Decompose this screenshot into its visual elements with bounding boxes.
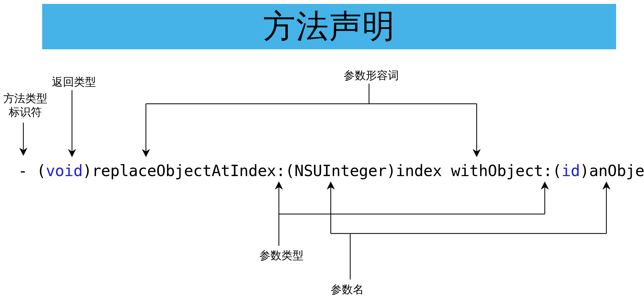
- code-type-nsuinteger: NSUInteger: [294, 161, 387, 180]
- code-minus: -: [18, 161, 37, 180]
- code-paren-open-1: (: [37, 161, 46, 180]
- code-paren-close-1: ): [83, 161, 92, 180]
- code-param-index: index: [396, 161, 451, 180]
- code-param-anobject: anObject: [589, 161, 644, 180]
- code-keyword-id: id: [562, 161, 580, 180]
- code-keyword-void: void: [46, 161, 83, 180]
- label-param-adjective: 参数形容词: [344, 68, 399, 83]
- code-method-name-2: withObject:: [451, 161, 552, 180]
- label-method-type-identifier: 方法类型标识符: [3, 91, 47, 119]
- code-paren-open-3: (: [552, 161, 561, 180]
- title-bar: 方法声明: [42, 4, 616, 49]
- title-text: 方法声明: [263, 5, 395, 49]
- code-method-name-1: replaceObjectAtIndex:: [92, 161, 285, 180]
- code-paren-open-2: (: [285, 161, 294, 180]
- label-param-name: 参数名: [331, 282, 364, 297]
- method-declaration-code: - (void)replaceObjectAtIndex:(NSUInteger…: [18, 161, 644, 180]
- code-paren-close-2: ): [387, 161, 396, 180]
- label-param-type: 参数类型: [259, 248, 304, 263]
- code-paren-close-3: ): [580, 161, 589, 180]
- label-return-type: 返回类型: [52, 75, 96, 90]
